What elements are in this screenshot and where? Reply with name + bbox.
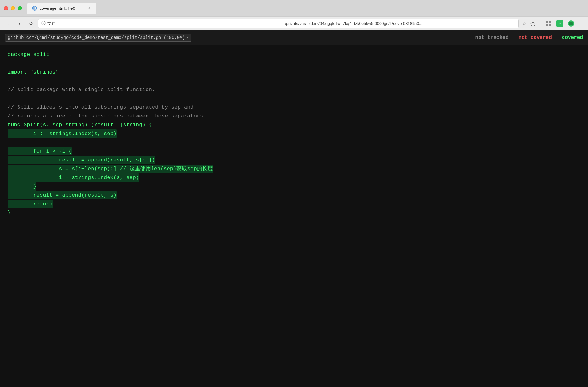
svg-rect-6 bbox=[546, 21, 548, 23]
nav-actions: ☆ e bbox=[521, 19, 584, 28]
new-tab-button[interactable]: + bbox=[97, 4, 106, 13]
legend-not-covered: not covered bbox=[519, 35, 552, 41]
address-prefix: 文件 bbox=[47, 21, 278, 26]
file-selector-arrow: ▾ bbox=[187, 36, 189, 40]
code-text: result = append(result, s) bbox=[8, 191, 117, 199]
code-text bbox=[8, 94, 11, 103]
address-info-icon: i bbox=[41, 21, 46, 26]
minimize-button[interactable] bbox=[11, 6, 15, 10]
svg-text:e: e bbox=[559, 21, 561, 26]
tab-title: coverage.html#file0 bbox=[40, 6, 84, 11]
code-text bbox=[8, 138, 11, 147]
tab-close-button[interactable]: × bbox=[86, 6, 91, 11]
browser-chrome: coverage.html#file0 × + ‹ › ↺ i 文件 | /pr… bbox=[0, 0, 588, 30]
svg-rect-8 bbox=[546, 24, 548, 26]
code-text bbox=[8, 77, 11, 85]
maximize-button[interactable] bbox=[18, 6, 22, 10]
code-line: i := strings.Index(s, sep) bbox=[0, 129, 588, 138]
code-text: import "strings" bbox=[8, 68, 59, 76]
code-text: func Split(s, sep string) (result []stri… bbox=[8, 121, 152, 129]
extension2-icon[interactable] bbox=[544, 19, 553, 28]
code-line: func Split(s, sep string) (result []stri… bbox=[0, 121, 588, 129]
coverage-content: github.com/Q1mi/studygo/code_demo/test_d… bbox=[0, 30, 588, 387]
code-line: return bbox=[0, 200, 588, 209]
code-text: } bbox=[8, 209, 11, 217]
coverage-toolbar: github.com/Q1mi/studygo/code_demo/test_d… bbox=[0, 30, 588, 45]
code-line bbox=[0, 59, 588, 68]
extensions-divider bbox=[540, 20, 540, 27]
code-text: s = s[i+len(sep):] // 这里使用len(sep)获取sep的… bbox=[8, 165, 213, 173]
code-line: package split bbox=[0, 50, 588, 59]
code-text: // Split slices s into all substrings se… bbox=[8, 103, 194, 112]
coverage-legend: not tracked not covered covered bbox=[475, 35, 583, 41]
close-button[interactable] bbox=[4, 6, 8, 10]
code-text: result = append(result, s[:i]) bbox=[8, 156, 155, 164]
code-line: result = append(result, s) bbox=[0, 191, 588, 200]
code-text: for i > -1 { bbox=[8, 147, 72, 155]
extension1-button[interactable] bbox=[530, 20, 536, 27]
forward-button[interactable]: › bbox=[15, 19, 24, 28]
refresh-button[interactable]: ↺ bbox=[26, 19, 35, 28]
code-text: i = strings.Index(s, sep) bbox=[8, 173, 139, 182]
code-line: result = append(result, s[:i]) bbox=[0, 156, 588, 165]
file-selector-text: github.com/Q1mi/studygo/code_demo/test_d… bbox=[8, 35, 185, 40]
svg-rect-9 bbox=[549, 24, 551, 26]
code-text: return bbox=[8, 200, 53, 208]
svg-point-13 bbox=[569, 22, 573, 25]
code-line: for i > -1 { bbox=[0, 147, 588, 156]
browser-tab[interactable]: coverage.html#file0 × bbox=[27, 3, 96, 14]
address-bar[interactable]: i 文件 | /private/var/folders/04/qgqlc1wn7… bbox=[38, 19, 519, 28]
code-text: } bbox=[8, 182, 36, 191]
code-line bbox=[0, 138, 588, 147]
code-text: // split package with a single split fun… bbox=[8, 85, 155, 94]
green-circle-icon[interactable] bbox=[567, 19, 575, 28]
legend-not-tracked: not tracked bbox=[475, 35, 509, 41]
code-line: import "strings" bbox=[0, 68, 588, 77]
address-url: /private/var/folders/04/qgqlc1wn7kq4trtz… bbox=[285, 21, 515, 26]
tab-favicon bbox=[32, 6, 37, 11]
code-text: // returns a slice of the substrings bet… bbox=[8, 112, 207, 120]
code-text: package split bbox=[8, 50, 49, 59]
nav-bar: ‹ › ↺ i 文件 | /private/var/folders/04/qgq… bbox=[0, 16, 588, 30]
legend-covered: covered bbox=[562, 35, 583, 41]
svg-text:i: i bbox=[43, 22, 44, 25]
evernote-icon[interactable]: e bbox=[555, 19, 564, 28]
code-text: i := strings.Index(s, sep) bbox=[8, 129, 117, 138]
code-line: i = strings.Index(s, sep) bbox=[0, 173, 588, 182]
menu-button[interactable]: ⋮ bbox=[578, 20, 584, 27]
svg-rect-7 bbox=[549, 21, 551, 23]
code-text bbox=[8, 59, 11, 68]
code-line: } bbox=[0, 209, 588, 217]
code-area: package split import "strings" // split … bbox=[0, 45, 588, 387]
svg-marker-5 bbox=[530, 21, 535, 26]
back-button[interactable]: ‹ bbox=[4, 19, 13, 28]
code-line: // Split slices s into all substrings se… bbox=[0, 103, 588, 112]
file-selector[interactable]: github.com/Q1mi/studygo/code_demo/test_d… bbox=[5, 34, 191, 42]
traffic-lights bbox=[4, 6, 22, 10]
bookmark-button[interactable]: ☆ bbox=[521, 20, 527, 27]
code-line bbox=[0, 94, 588, 103]
code-line: // split package with a single split fun… bbox=[0, 85, 588, 94]
code-line bbox=[0, 77, 588, 85]
code-line: // returns a slice of the substrings bet… bbox=[0, 112, 588, 121]
title-bar: coverage.html#file0 × + bbox=[0, 0, 588, 16]
code-line: s = s[i+len(sep):] // 这里使用len(sep)获取sep的… bbox=[0, 165, 588, 173]
code-line: } bbox=[0, 182, 588, 191]
